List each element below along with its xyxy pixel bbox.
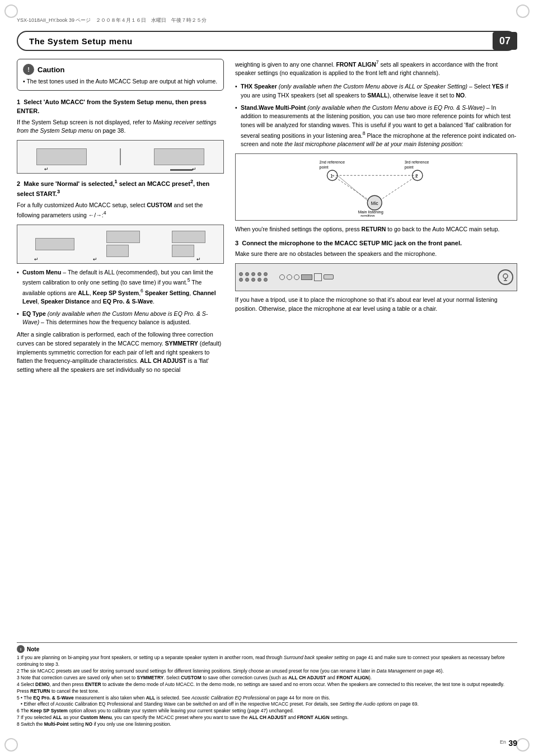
note-7: 7 If you selected ALL as your Custom Men… [17, 715, 517, 721]
corner-decoration-br [516, 738, 530, 752]
rec-slot [301, 274, 312, 280]
svg-text:3rd reference: 3rd reference [405, 160, 429, 165]
smb-arrow1: ↵ [34, 256, 39, 262]
caution-icon: ! [23, 64, 34, 75]
bullet-list-right: THX Speaker (only available when the Cus… [235, 82, 517, 149]
mic-circle [498, 269, 513, 285]
smb2 [106, 231, 140, 243]
smb-arrow2: ↵ [93, 256, 97, 262]
screen-block-left [36, 148, 87, 165]
rec-circle-2 [287, 274, 292, 280]
svg-text:1: 1 [330, 173, 333, 179]
screen-mockup-1: ↵ ↵ [17, 140, 224, 174]
dot [239, 272, 243, 276]
rec-square [314, 273, 322, 281]
right-intro: weighting is given to any one channel. F… [235, 59, 517, 78]
bullet-list-left: Custom Menu – The default is ALL (recomm… [17, 268, 224, 328]
dot [257, 272, 261, 276]
note-8: 8 Switch the Multi-Point setting NO if y… [17, 721, 517, 728]
dot [245, 272, 249, 276]
screen-line [170, 169, 193, 171]
step2-heading: 2 Make sure 'Normal' is selected,1 selec… [17, 178, 224, 198]
step3-body: Make sure there are no obstacles between… [235, 250, 517, 259]
note-5: 5 • The EQ Pro. & S-Wave measurement is … [17, 695, 517, 708]
svg-text:position: position [360, 213, 374, 217]
note-2: 2 The six MCACC presets are used for sto… [17, 668, 517, 675]
seating-diagram: 2nd reference point 3rd reference point … [235, 153, 517, 221]
filepath: YSX-1018AII_HY.book 39 ページ ２００８年４月１６日 水曜… [17, 17, 207, 24]
bullet-eq-type: EQ Type (only available when the Custom … [17, 310, 224, 328]
step1-heading: 1 Select 'Auto MCACC' from the System Se… [17, 97, 224, 116]
calibration-para: After a single calibration is performed,… [17, 330, 224, 375]
step2-body: For a fully customized Auto MCACC setup,… [17, 201, 224, 220]
caution-text: • The test tones used in the Auto MCACC … [23, 77, 218, 86]
dot [257, 278, 261, 282]
page-number: 39 [508, 739, 517, 748]
smb5 [172, 245, 194, 257]
step1-body: If the System Setup screen is not displa… [17, 118, 224, 136]
left-column: ! Caution • The test tones used in the A… [17, 59, 224, 378]
screen-block-right [154, 148, 204, 165]
two-column-layout: ! Caution • The test tones used in the A… [17, 59, 517, 378]
caution-header: ! Caution [23, 64, 218, 75]
note-header: i Note [17, 645, 517, 653]
header-bar: The System Setup menu [17, 31, 517, 51]
dot [264, 272, 268, 276]
screen-arrow-left: ↵ [44, 166, 49, 172]
seating-svg: 2nd reference point 3rd reference point … [239, 157, 513, 217]
smb3 [106, 245, 129, 257]
note-1: 1 If you are planning on bi-amping your … [17, 655, 517, 668]
rec-circle-3 [294, 274, 299, 280]
return-para: When you're finished settings the option… [235, 225, 517, 234]
svg-text:point: point [320, 165, 329, 170]
tripod-para: If you have a tripod, use it to place th… [235, 296, 517, 314]
note-section: i Note 1 If you are planning on bi-ampin… [17, 642, 517, 728]
chapter-number: 07 [493, 32, 517, 50]
note-icon: i [17, 645, 25, 653]
receiver-mockup [235, 263, 517, 291]
main-content: ! Caution • The test tones used in the A… [17, 59, 517, 694]
smb-arrow3: ↵ [196, 256, 201, 262]
screen-arrow-right: ↵ [192, 166, 196, 172]
bullet-thx-speaker: THX Speaker (only available when the Cus… [235, 82, 517, 100]
receiver-middle [279, 273, 334, 281]
dot [239, 278, 243, 282]
smb-group [106, 231, 140, 257]
rec-bar [324, 274, 334, 279]
dot [245, 278, 249, 282]
smb1 [35, 238, 74, 250]
note-text: 1 If you are planning on bi-amping your … [17, 655, 517, 728]
note-title: Note [27, 646, 39, 652]
svg-text:Mic: Mic [371, 200, 378, 206]
bullet-stand-wave: Stand.Wave Multi-Point (only available w… [235, 104, 517, 149]
svg-text:2: 2 [415, 173, 418, 179]
dot [251, 272, 255, 276]
smb4 [172, 231, 205, 243]
note-6: 6 The Keep SP System option allows you t… [17, 708, 517, 715]
note-3: 3 Note that correction curves are saved … [17, 675, 517, 682]
screen-divider [120, 148, 121, 165]
bullet-custom-menu: Custom Menu – The default is ALL (recomm… [17, 268, 224, 306]
svg-text:2nd reference: 2nd reference [320, 160, 345, 165]
screen-mockup-2: ↵ ↵ ↵ [17, 225, 224, 264]
svg-line-15 [338, 175, 368, 201]
dot [264, 278, 268, 282]
mic-icon [501, 273, 510, 282]
corner-decoration-tr [516, 4, 530, 18]
right-column: weighting is given to any one channel. F… [235, 59, 517, 378]
svg-point-16 [503, 274, 508, 278]
smb-group2 [172, 231, 205, 257]
rec-circle-1 [279, 274, 285, 280]
header-title: The System Setup menu [29, 36, 133, 46]
corner-decoration-tl [4, 4, 18, 18]
caution-box: ! Caution • The test tones used in the A… [17, 59, 224, 91]
caution-title: Caution [38, 66, 64, 74]
svg-text:point: point [405, 165, 414, 170]
page-lang: En [500, 739, 506, 745]
dot-grid-1 [239, 272, 268, 282]
corner-decoration-bl [4, 738, 18, 752]
note-4: 4 Select DEMO, and then press ENTER to a… [17, 682, 517, 695]
dot [251, 278, 255, 282]
step3-heading: 3 Connect the microphone to the MCACC SE… [235, 239, 517, 248]
